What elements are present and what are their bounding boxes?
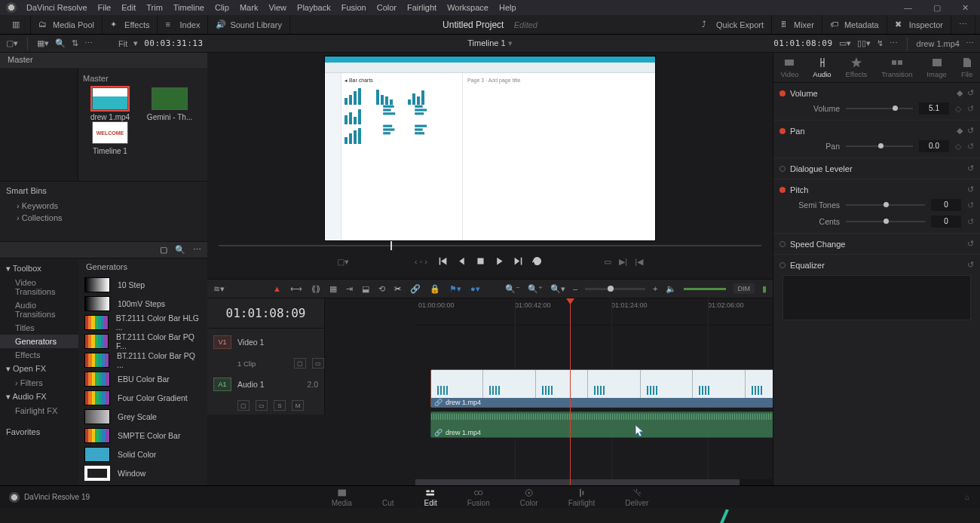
inspector-tab-audio[interactable]: Audio [813, 57, 831, 78]
keyframe-icon[interactable]: ◆ [957, 126, 963, 136]
generator-item[interactable]: BT.2111 Color Bar PQ ... [81, 351, 204, 369]
inspector-more-icon[interactable]: ⋯ [966, 38, 974, 48]
zoom-fit-icon[interactable]: 🔍⁻ [505, 284, 520, 294]
reset-icon[interactable]: ↺ [967, 239, 974, 249]
param-keyframe-icon[interactable]: ◇ [955, 142, 961, 151]
pan-value[interactable]: 0.0 [919, 140, 949, 152]
panel-layout-icon[interactable]: ▢ [160, 245, 167, 255]
generator-item[interactable]: Grey Scale [81, 408, 204, 426]
fx-favorites[interactable]: Favorites [0, 425, 78, 439]
inspector-toggle[interactable]: ✖Inspector [887, 15, 951, 34]
generator-item[interactable]: BT.2111 Color Bar HLG ... [81, 313, 204, 332]
flag-icon[interactable]: ⚑▾ [449, 284, 461, 294]
menu-timeline[interactable]: Timeline [168, 3, 210, 12]
menu-help[interactable]: Help [494, 3, 522, 12]
dim-button[interactable]: DIM [733, 283, 755, 294]
viewer-more-icon[interactable]: ⋯ [890, 38, 898, 48]
auto-select-icon[interactable]: ▢ [237, 400, 250, 411]
menu-edit[interactable]: Edit [116, 3, 141, 12]
go-last-icon[interactable]: |◀ [635, 257, 643, 267]
keyframe-icon[interactable]: ◆ [957, 88, 963, 98]
generator-item[interactable]: SMPTE Color Bar [81, 427, 204, 445]
index-toggle[interactable]: ≡Index [158, 15, 208, 34]
dual-viewer-icon[interactable]: ▯▯▾ [857, 38, 871, 48]
solo-button[interactable]: S [274, 400, 286, 411]
blade-tool-icon[interactable]: ▦ [329, 284, 337, 294]
timeline-scrollbar[interactable] [415, 479, 773, 485]
menu-workspace[interactable]: Workspace [442, 3, 494, 12]
smart-bin-item[interactable]: › Collections [6, 212, 201, 224]
timeline-view-options-icon[interactable]: ≋▾ [213, 284, 225, 294]
timeline-ruler[interactable]: 01:00:00:00 01:00:42:00 01:01:24:00 01:0… [415, 298, 773, 326]
effects-list[interactable]: Generators 10 Step 100mV Steps BT.2111 C… [78, 258, 207, 485]
menu-view[interactable]: View [263, 3, 292, 12]
razor-icon[interactable]: ✂ [394, 284, 401, 294]
expand-panel-button[interactable]: ⋯ [951, 15, 975, 34]
master-bin-header[interactable]: Master [0, 53, 207, 68]
monitor-volume-slider[interactable] [684, 288, 726, 290]
page-fusion[interactable]: Fusion [467, 488, 490, 507]
video-track-tag[interactable]: V1 [213, 335, 231, 349]
mark-in-icon[interactable]: ▢▾ [337, 257, 349, 267]
fx-category[interactable]: Fairlight FX [0, 404, 78, 417]
search-icon[interactable]: 🔍 [175, 245, 185, 255]
timeline-video-clip[interactable]: 🔗drew 1.mp4 [430, 369, 773, 408]
dynamic-trim-icon[interactable]: ⟪⟫ [311, 284, 320, 294]
enable-dot-icon[interactable] [779, 166, 786, 172]
options-icon[interactable]: ⋯ [84, 38, 93, 48]
reset-icon[interactable]: ↺ [967, 185, 974, 194]
menu-fairlight[interactable]: Fairlight [402, 3, 442, 12]
section-dialogue-leveler[interactable]: Dialogue Leveler [790, 164, 853, 173]
viewer-scrubber[interactable] [219, 241, 761, 250]
inspector-tab-transition[interactable]: Transition [881, 57, 912, 78]
fx-group[interactable]: ▾ Toolbox [0, 262, 78, 276]
param-reset-icon[interactable]: ↺ [967, 104, 974, 113]
bypass-icon[interactable]: ↯ [877, 38, 884, 48]
cents-value[interactable]: 0 [931, 216, 961, 228]
timeline-playhead[interactable] [570, 298, 571, 485]
inspector-tab-file[interactable]: File [961, 57, 973, 78]
play-button[interactable] [495, 256, 504, 268]
monitor-icon[interactable]: 🔈 [666, 284, 676, 294]
generator-item[interactable]: 10 Step [81, 276, 204, 294]
semitones-slider[interactable] [846, 204, 925, 206]
zoom-detail-icon[interactable]: 🔍⁺ [528, 284, 543, 294]
prev-frame-button[interactable] [457, 256, 467, 268]
auto-select-icon[interactable]: ▢ [294, 358, 306, 369]
page-deliver[interactable]: Deliver [625, 488, 648, 507]
inspector-tab-effects[interactable]: Effects [845, 57, 867, 78]
cents-slider[interactable] [846, 221, 925, 222]
effects-toggle[interactable]: ✦Effects [103, 15, 158, 34]
fx-category[interactable]: Effects [0, 348, 78, 362]
mixer-toggle[interactable]: 🎚Mixer [772, 15, 822, 34]
bin-tree[interactable] [0, 68, 78, 181]
generator-item[interactable]: Four Color Gradient [81, 389, 204, 407]
volume-value[interactable]: 5.1 [919, 102, 949, 115]
marker-icon[interactable]: ●▾ [470, 284, 480, 294]
window-minimize-icon[interactable]: — [899, 3, 917, 13]
project-manager-icon[interactable]: ⌂ [954, 493, 980, 501]
equalizer-graph[interactable] [782, 275, 971, 320]
lock-icon[interactable]: 🔒 [430, 284, 440, 294]
reset-icon[interactable]: ↺ [967, 164, 974, 173]
mute-button[interactable]: M [292, 400, 304, 411]
param-reset-icon[interactable]: ↺ [967, 200, 974, 210]
section-speed-change[interactable]: Speed Change [790, 240, 845, 249]
enable-dot-icon[interactable] [779, 90, 786, 96]
sort-icon[interactable]: ⇅ [72, 38, 78, 48]
enable-dot-icon[interactable] [779, 128, 786, 134]
media-pool-toggle[interactable]: 🗂Media Pool [31, 15, 103, 34]
menu-playback[interactable]: Playback [292, 3, 336, 12]
menu-clip[interactable]: Clip [210, 3, 234, 12]
timeline-current-tc[interactable]: 01:01:08:09 [207, 298, 324, 328]
next-frame-button[interactable] [513, 256, 523, 268]
replace-icon[interactable]: ⟲ [378, 284, 385, 294]
selection-tool-icon[interactable]: ▲ [273, 284, 281, 293]
page-media[interactable]: Media [332, 488, 352, 507]
track-lock-icon[interactable]: ▭ [312, 358, 324, 369]
reset-icon[interactable]: ↺ [967, 126, 974, 136]
video-track-header[interactable]: V1 Video 1 [207, 329, 324, 356]
param-reset-icon[interactable]: ↺ [967, 217, 974, 226]
page-edit[interactable]: Edit [424, 488, 436, 507]
reset-icon[interactable]: ↺ [967, 260, 974, 270]
